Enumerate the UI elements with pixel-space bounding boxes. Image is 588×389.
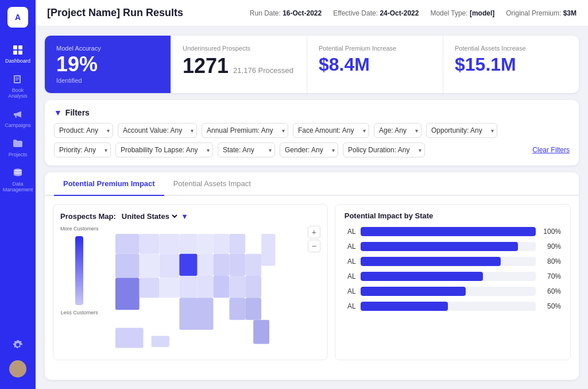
opportunity-filter[interactable]: Opportunity: Any (426, 123, 497, 138)
zoom-in-button[interactable]: + (308, 226, 320, 238)
svg-rect-25 (229, 276, 245, 298)
bar-row: AL 50% (345, 302, 561, 311)
svg-rect-32 (253, 320, 269, 344)
priority-filter[interactable]: Priority: Any (54, 142, 111, 157)
map-legend: More Customers Less Customers (60, 226, 99, 354)
svg-rect-1 (18, 45, 22, 49)
sidebar-item-settings[interactable] (9, 334, 26, 356)
face-amount-filter[interactable]: Face Amount: Any (293, 123, 369, 138)
tabs-section: Potential Premium Impact Potential Asset… (45, 172, 579, 380)
sidebar-item-data-management[interactable]: Data Management (0, 162, 36, 197)
gender-filter-wrap: Gender: Any (280, 142, 338, 157)
run-date: Run Date: 16-Oct-2022 (250, 9, 322, 17)
bar-percentage: 100% (540, 228, 561, 236)
map-zoom-controls: + − (308, 226, 320, 354)
probability-lapse-filter-wrap: Probability To Lapse: Any (115, 142, 213, 157)
svg-rect-9 (139, 254, 159, 278)
bar-percentage: 60% (540, 287, 561, 295)
bar-percentage: 50% (540, 302, 561, 310)
underinsured-label: Underinsured Prospects (183, 45, 295, 52)
map-header: Prospects Map: United States ▾ (60, 211, 320, 221)
logo: A (7, 7, 28, 28)
database-icon (11, 167, 24, 179)
bar-row: AL 70% (345, 272, 561, 281)
folder-icon (11, 137, 24, 150)
bar-fill (361, 227, 536, 236)
svg-rect-15 (179, 254, 197, 276)
bar-fill (361, 257, 501, 266)
content-area: Model Accuracy 19% Identified Underinsur… (36, 26, 588, 389)
svg-rect-5 (115, 234, 139, 254)
sidebar-item-label: Campaigns (5, 122, 31, 128)
premium-increase-card: Potential Premium Increase $8.4M (307, 36, 443, 93)
clear-filters-button[interactable]: Clear Filters (532, 146, 570, 154)
bar-row: AL 90% (345, 242, 561, 251)
bar-label: AL (345, 228, 356, 236)
probability-lapse-filter[interactable]: Probability To Lapse: Any (115, 142, 213, 157)
policy-duration-filter[interactable]: Policy Duration: Any (343, 142, 425, 157)
svg-rect-18 (197, 254, 213, 276)
gender-filter[interactable]: Gender: Any (280, 142, 338, 157)
bar-label: AL (345, 302, 356, 310)
bar-track (361, 227, 536, 236)
summary-cards: Model Accuracy 19% Identified Underinsur… (45, 36, 579, 93)
svg-rect-24 (229, 254, 245, 276)
svg-rect-7 (115, 278, 139, 310)
sidebar-item-campaigns[interactable]: Campaigns (0, 103, 36, 133)
page-title: [Project Name] Run Results (47, 7, 245, 19)
bar-rows-container: AL 100% AL 90% AL 80% AL 70% AL (345, 227, 561, 311)
map-region-select[interactable]: United States (119, 211, 179, 221)
bar-fill (361, 272, 483, 281)
face-amount-filter-wrap: Face Amount: Any (293, 123, 369, 138)
filters-header: ▼ Filters (54, 108, 570, 117)
accuracy-label: Model Accuracy (56, 45, 159, 52)
bar-row: AL 80% (345, 257, 561, 266)
sidebar-item-label: Projects (9, 152, 28, 157)
svg-rect-3 (18, 51, 22, 55)
state-filter-wrap: State: Any (218, 142, 275, 157)
original-premium: Original Premium: $3M (506, 9, 577, 17)
assets-increase-card: Potential Assets Increase $15.1M (443, 36, 579, 93)
underinsured-count: 1271 (183, 54, 229, 78)
filters-section: ▼ Filters Product: Any Account Value: An… (45, 100, 579, 165)
bar-track (361, 242, 536, 251)
bar-track (361, 257, 536, 266)
svg-rect-21 (213, 254, 229, 276)
megaphone-icon (11, 108, 24, 121)
svg-rect-13 (159, 278, 179, 298)
bar-percentage: 90% (540, 242, 561, 251)
svg-rect-8 (139, 234, 159, 254)
svg-rect-14 (179, 234, 197, 254)
sidebar-item-label: Book Analysis (2, 87, 33, 99)
zoom-out-button[interactable]: − (308, 240, 320, 252)
us-map-svg (103, 226, 303, 354)
bar-row: AL 100% (345, 227, 561, 236)
age-filter[interactable]: Age: Any (374, 123, 421, 138)
sidebar-item-label: Data Management (2, 181, 33, 192)
state-filter[interactable]: State: Any (218, 142, 275, 157)
underinsured-processed: 21,176 Processed (233, 66, 293, 75)
map-body: More Customers Less Customers (60, 226, 320, 354)
header-meta: Run Date: 16-Oct-2022 Effective Date: 24… (250, 9, 577, 17)
bar-fill (361, 302, 448, 311)
tab-premium-impact[interactable]: Potential Premium Impact (54, 172, 164, 196)
legend-less-label: Less Customers (61, 310, 98, 315)
account-value-filter[interactable]: Account Value: Any (118, 123, 197, 138)
sidebar-item-book-analysis[interactable]: Book Analysis (0, 68, 36, 103)
avatar[interactable] (9, 360, 26, 378)
product-filter[interactable]: Product: Any (54, 123, 113, 138)
svg-rect-33 (115, 328, 143, 348)
sidebar-item-dashboard[interactable]: Dashboard (0, 39, 36, 68)
svg-rect-10 (139, 278, 159, 298)
svg-rect-16 (179, 276, 197, 298)
svg-rect-34 (151, 336, 169, 348)
svg-rect-29 (245, 298, 261, 319)
sidebar-item-label: Dashboard (5, 58, 30, 64)
tab-assets-impact[interactable]: Potential Assets Impact (164, 172, 260, 196)
sidebar: A Dashboard Book Analysis Campaigns Proj… (0, 0, 36, 389)
us-map-container (103, 226, 303, 354)
annual-premium-filter[interactable]: Annual Premium: Any (202, 123, 288, 138)
grid-icon (11, 44, 24, 56)
sidebar-item-projects[interactable]: Projects (0, 133, 36, 162)
svg-rect-28 (245, 276, 261, 298)
